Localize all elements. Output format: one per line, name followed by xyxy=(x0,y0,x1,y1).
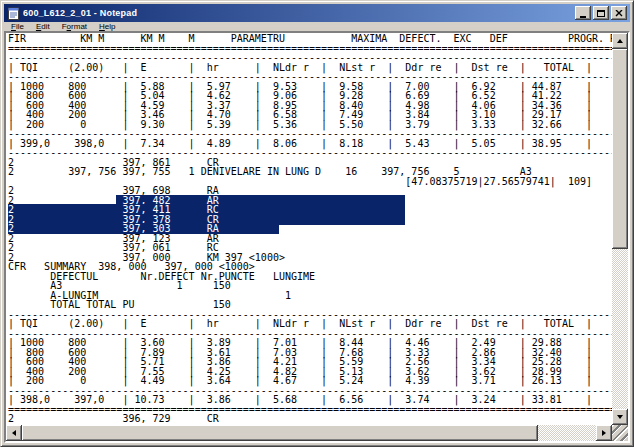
horizontal-scrollbar[interactable] xyxy=(6,425,612,441)
text-line: 2 396, 729 CR xyxy=(8,414,612,424)
menu-bar: FileEditFormatHelp xyxy=(4,22,630,31)
maximize-icon xyxy=(597,10,605,17)
menu-item-file[interactable]: File xyxy=(6,22,29,31)
title-bar[interactable]: 600_L612_2_01 - Notepad xyxy=(4,4,630,22)
close-button[interactable] xyxy=(611,6,627,20)
minimize-icon xyxy=(580,16,586,18)
horizontal-scroll-thumb[interactable] xyxy=(22,425,538,441)
close-icon xyxy=(615,10,623,17)
window-title: 600_L612_2_01 - Notepad xyxy=(23,8,575,18)
vertical-scrollbar[interactable] xyxy=(612,33,628,425)
menu-item-format[interactable]: Format xyxy=(57,22,92,31)
edit-area[interactable]: FIR KM M KM M M PARAMETRU MAXIMA DEFECT.… xyxy=(6,33,612,425)
notepad-icon xyxy=(7,7,20,20)
arrow-up-icon xyxy=(617,39,623,43)
resize-grip[interactable] xyxy=(612,425,628,441)
scroll-left-button[interactable] xyxy=(6,425,22,441)
notepad-window: 600_L612_2_01 - Notepad FileEditFormatHe… xyxy=(0,0,634,447)
arrow-right-icon xyxy=(602,430,606,436)
scroll-right-button[interactable] xyxy=(596,425,612,441)
scroll-up-button[interactable] xyxy=(612,33,628,49)
edit-control-frame: FIR KM M KM M M PARAMETRU MAXIMA DEFECT.… xyxy=(4,31,630,443)
window-controls xyxy=(575,6,627,20)
arrow-left-icon xyxy=(12,430,16,436)
maximize-button[interactable] xyxy=(593,6,609,20)
arrow-down-icon xyxy=(617,415,623,419)
minimize-button[interactable] xyxy=(575,6,591,20)
vertical-scroll-thumb[interactable] xyxy=(612,49,628,249)
menu-item-help[interactable]: Help xyxy=(94,22,120,31)
menu-item-edit[interactable]: Edit xyxy=(31,22,55,31)
scroll-down-button[interactable] xyxy=(612,409,628,425)
